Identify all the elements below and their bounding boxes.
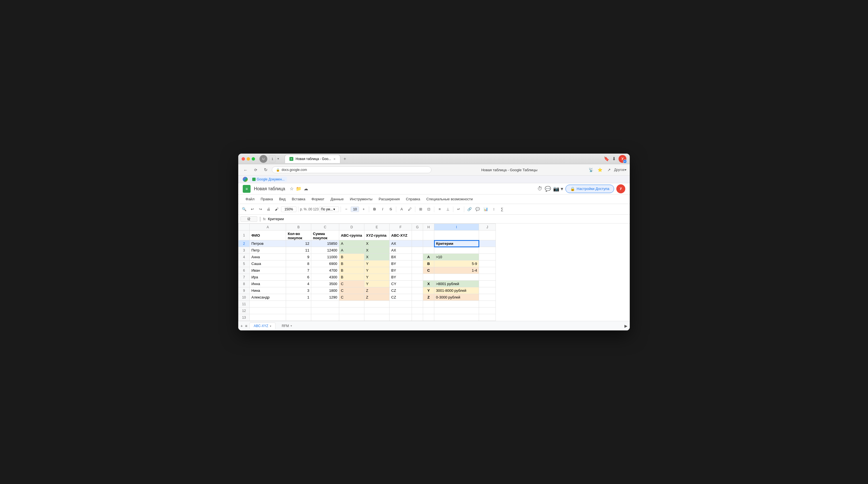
reload-button[interactable]: ↻ [262,166,270,174]
highlight-color-btn[interactable]: 🖊 [406,206,413,213]
cell-j3[interactable] [479,247,496,254]
cell-a4[interactable]: Анна [250,254,286,261]
bookmark-icon[interactable]: 🔖 [604,156,609,161]
menu-insert[interactable]: Вставка [289,196,308,202]
cell-e10[interactable]: Z [364,294,390,301]
cell-i6[interactable]: 1-4 [434,267,479,274]
cell-c3[interactable]: 12400 [311,247,339,254]
cell-i3[interactable] [434,247,479,254]
col-header-b[interactable]: B [286,224,311,231]
cell-g12[interactable] [412,307,423,314]
filter-btn[interactable]: ⫶ [490,206,497,213]
cell-i10[interactable]: 0-3000 рублей [434,294,479,301]
cell-b5[interactable]: 8 [286,261,311,267]
cell-c6[interactable]: 4700 [311,267,339,274]
minus-btn[interactable]: − [343,206,350,213]
cell-c8[interactable]: 3500 [311,281,339,287]
cell-e6[interactable]: Y [364,267,390,274]
cell-h12[interactable] [423,307,434,314]
cell-b1[interactable]: Кол-вопокупок [286,231,311,240]
tab-nav-arrow[interactable]: ▾ [277,157,279,160]
cell-a10[interactable]: Александр [250,294,286,301]
cell-f10[interactable]: CZ [390,294,412,301]
cell-g9[interactable] [412,287,423,294]
cell-d12[interactable] [339,307,364,314]
cell-g13[interactable] [412,314,423,321]
cell-i7[interactable] [434,274,479,281]
cell-a8[interactable]: Инна [250,281,286,287]
cell-e5[interactable]: Y [364,261,390,267]
cell-g5[interactable] [412,261,423,267]
cell-c2[interactable]: 15850 [311,240,339,247]
cell-g11[interactable] [412,301,423,307]
cell-c13[interactable] [311,314,339,321]
cell-g3[interactable] [412,247,423,254]
cell-j4[interactable] [479,254,496,261]
undo-btn[interactable]: ↩ [249,206,256,213]
paint-format-btn[interactable]: 🖌 [273,206,280,213]
col-header-a[interactable]: A [250,224,286,231]
col-header-g[interactable]: G [412,224,423,231]
cell-j2[interactable] [479,240,496,247]
merge-btn[interactable]: ⊡ [425,206,432,213]
cell-h6[interactable]: C [423,267,434,274]
activity-icon[interactable]: ⏱ [537,186,542,192]
cell-e13[interactable] [364,314,390,321]
cell-a3[interactable]: Петр [250,247,286,254]
col-header-e[interactable]: E [364,224,390,231]
cell-j7[interactable] [479,274,496,281]
cell-a13[interactable] [250,314,286,321]
cell-j5[interactable] [479,261,496,267]
cell-d10[interactable]: C [339,294,364,301]
history-back-button[interactable]: ⟳ [252,166,259,174]
cell-f11[interactable] [390,301,412,307]
cell-f3[interactable]: AX [390,247,412,254]
cell-a1[interactable]: ФИО [250,231,286,240]
cell-i5[interactable]: 5-9 [434,261,479,267]
cell-i4[interactable]: >10 [434,254,479,261]
valign-btn[interactable]: ⊥ [444,206,451,213]
cell-d8[interactable]: C [339,281,364,287]
zoom-control[interactable]: 150% [281,207,297,212]
cell-j12[interactable] [479,307,496,314]
menu-edit[interactable]: Правка [258,196,276,202]
cell-j11[interactable] [479,301,496,307]
cell-e12[interactable] [364,307,390,314]
formula-input[interactable] [268,217,627,221]
cell-b9[interactable]: 3 [286,287,311,294]
cell-b12[interactable] [286,307,311,314]
comments-icon[interactable]: 💬 [545,186,551,192]
cell-h5[interactable]: B [423,261,434,267]
cell-d4[interactable]: B [339,254,364,261]
plus-btn[interactable]: + [360,206,367,213]
number-format-dropdown[interactable]: По ум...▾ [319,207,339,212]
cell-g8[interactable] [412,281,423,287]
menu-tools[interactable]: Инструменты [347,196,375,202]
cell-f1[interactable]: ABC-XYZ [390,231,412,240]
download-icon[interactable]: ⬇ [612,156,616,161]
cell-d7[interactable]: B [339,274,364,281]
cell-h4[interactable]: A [423,254,434,261]
cell-c11[interactable] [311,301,339,307]
profile-icon[interactable]: У 40 [619,155,626,163]
cell-h13[interactable] [423,314,434,321]
print-btn[interactable]: 🖨 [265,206,272,213]
wrap-btn[interactable]: ↵ [455,206,462,213]
cell-h2[interactable] [423,240,434,247]
add-sheet-btn[interactable]: + [241,324,243,328]
cell-i8[interactable]: >8001 рублей [434,281,479,287]
cell-c10[interactable]: 1290 [311,294,339,301]
strikethrough-btn[interactable]: S [387,206,394,213]
cell-f13[interactable] [390,314,412,321]
maximize-button[interactable] [252,157,255,160]
cell-e1[interactable]: XYZ-группа [364,231,390,240]
cell-j8[interactable] [479,281,496,287]
cell-f12[interactable] [390,307,412,314]
settings-access-button[interactable]: 🔒 Настройки Доступа [565,185,614,193]
align-btn[interactable]: ≡ [436,206,443,213]
cloud-icon[interactable]: ☁ [304,186,308,191]
cell-a5[interactable]: Саша [250,261,286,267]
cell-e8[interactable]: Y [364,281,390,287]
cell-i2[interactable]: Критерии [434,240,479,247]
active-tab[interactable]: ≡ Новая таблица - Goo... ✕ [285,155,340,163]
